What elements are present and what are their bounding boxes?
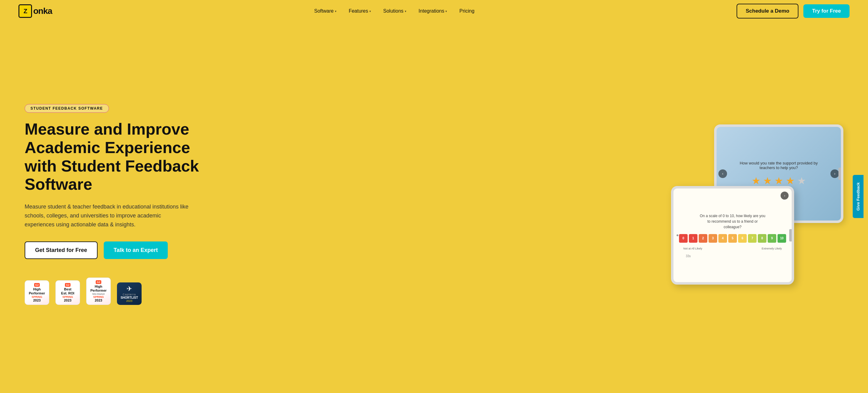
badge-capterra: ✈ Capterra SHORTLIST 2023 (117, 282, 142, 305)
hero-buttons: Get Started for Free Talk to an Expert (25, 241, 209, 259)
star-3[interactable]: ★ (774, 175, 783, 187)
hero-section: STUDENT FEEDBACK SOFTWARE Measure and Im… (0, 22, 868, 393)
chevron-down-icon: ▾ (369, 9, 371, 13)
dot-indicator (677, 234, 678, 236)
capterra-icon: ✈ (119, 285, 140, 293)
g2-logo-icon: G2 (65, 283, 70, 287)
tablet-next-button[interactable]: › (831, 170, 839, 178)
nps-nav-button[interactable]: › (781, 191, 788, 200)
nps-timer: 33s (686, 254, 691, 258)
nav-item-pricing[interactable]: Pricing (454, 6, 479, 16)
hero-badge: STUDENT FEEDBACK SOFTWARE (25, 104, 109, 113)
tablet-prev-button[interactable]: ‹ (718, 170, 727, 178)
star-rating-question: How would you rate the support provided … (739, 161, 819, 170)
badge-g2-high-performer: G2 HighPerformer SPRING 2023 (25, 280, 49, 305)
nps-10[interactable]: 10 (777, 234, 786, 243)
logo-wordmark: onka (33, 6, 52, 16)
nps-4[interactable]: 4 (718, 234, 727, 243)
tablet-side-button (838, 168, 842, 180)
nav-item-features[interactable]: Features ▾ (344, 6, 376, 16)
nps-9[interactable]: 9 (768, 234, 776, 243)
nav-item-solutions[interactable]: Solutions ▾ (378, 6, 411, 16)
chevron-down-icon: ▾ (445, 9, 447, 13)
nps-0[interactable]: 0 (679, 234, 688, 243)
nps-labels: Not at All Likely Extremely Likely (683, 247, 782, 250)
award-badges: G2 HighPerformer SPRING 2023 G2 BestEst.… (25, 277, 209, 305)
tablet-mockups: ‹ › How would you rate the support provi… (671, 124, 843, 284)
give-feedback-tab[interactable]: Give Feedback (853, 175, 864, 218)
nav-actions: Schedule a Demo Try for Free (737, 4, 849, 19)
logo-icon: Z (19, 4, 32, 18)
g2-logo-icon: G2 (34, 283, 40, 287)
get-started-button[interactable]: Get Started for Free (25, 241, 98, 259)
try-free-button[interactable]: Try for Free (803, 4, 849, 18)
nav-links: Software ▾ Features ▾ Solutions ▾ Integr… (309, 6, 479, 16)
logo[interactable]: Z onka (19, 4, 52, 18)
chevron-down-icon: ▾ (335, 9, 336, 13)
chevron-down-icon: ▾ (405, 9, 406, 13)
nav-item-software[interactable]: Software ▾ (309, 6, 341, 16)
star-4[interactable]: ★ (786, 175, 795, 187)
hero-description: Measure student & teacher feedback in ed… (25, 202, 191, 229)
tablet-front-side-button (789, 229, 793, 241)
star-1[interactable]: ★ (752, 175, 761, 187)
talk-to-expert-button[interactable]: Talk to an Expert (104, 241, 168, 259)
schedule-demo-button[interactable]: Schedule a Demo (737, 4, 799, 19)
nps-1[interactable]: 1 (689, 234, 698, 243)
star-2[interactable]: ★ (763, 175, 772, 187)
nps-3[interactable]: 3 (709, 234, 717, 243)
badge-g2-mid-market: G2 HighPerformer Mid-Market SPRING 2023 (86, 277, 111, 305)
navbar: Z onka Software ▾ Features ▾ Solutions ▾… (0, 0, 868, 22)
nps-5[interactable]: 5 (728, 234, 737, 243)
hero-content: STUDENT FEEDBACK SOFTWARE Measure and Im… (25, 104, 209, 305)
nps-question: On a scale of 0 to 10, how likely are yo… (699, 213, 767, 230)
nps-7[interactable]: 7 (748, 234, 756, 243)
tablet-nps: › On a scale of 0 to 10, how likely are … (671, 186, 794, 284)
star-rating-stars: ★ ★ ★ ★ ★ (752, 175, 806, 187)
nps-6[interactable]: 6 (738, 234, 747, 243)
nav-item-integrations[interactable]: Integrations ▾ (414, 6, 452, 16)
nps-8[interactable]: 8 (758, 234, 767, 243)
nps-scale: 0 1 2 3 4 5 6 7 8 9 10 (679, 234, 786, 243)
hero-title: Measure and Improve Academic Experience … (25, 120, 209, 194)
nps-label-high: Extremely Likely (762, 247, 782, 250)
star-5[interactable]: ★ (797, 175, 806, 187)
nps-2[interactable]: 2 (699, 234, 707, 243)
badge-g2-best-roi: G2 BestEst. ROI SPRING 2023 (55, 280, 80, 305)
nps-label-low: Not at All Likely (683, 247, 703, 250)
g2-logo-icon: G2 (96, 280, 101, 284)
